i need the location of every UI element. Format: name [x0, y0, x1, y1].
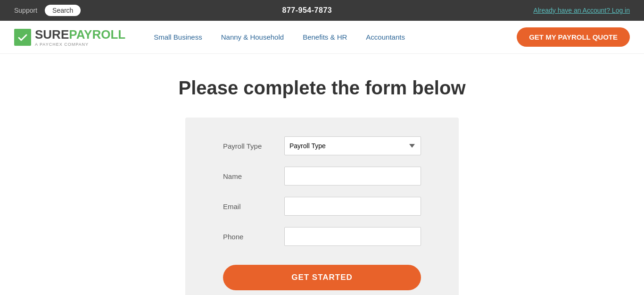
login-link[interactable]: Already have an Account? Log in — [533, 7, 630, 14]
page-title: Please complete the form below — [178, 77, 465, 99]
name-input[interactable] — [284, 167, 421, 185]
nav-nanny-household[interactable]: Nanny & Household — [221, 33, 284, 41]
phone-label: Phone — [223, 233, 284, 241]
payroll-type-select[interactable]: Payroll Type Small Business Nanny & Hous… — [284, 136, 421, 155]
payroll-type-row: Payroll Type Payroll Type Small Business… — [223, 136, 421, 155]
nav-small-business[interactable]: Small Business — [154, 33, 202, 41]
logo-sub: A PAYCHEX COMPANY — [35, 42, 125, 47]
get-quote-button[interactable]: GET MY PAYROLL QUOTE — [517, 27, 630, 47]
form-card: Payroll Type Payroll Type Small Business… — [185, 118, 459, 295]
email-input[interactable] — [284, 197, 421, 216]
logo-payroll: PAYROLL — [69, 27, 125, 42]
name-row: Name — [223, 167, 421, 185]
logo-name: SUREPAYROLL — [35, 27, 125, 42]
get-started-button[interactable]: GET STARTED — [223, 265, 421, 290]
phone-row: Phone — [223, 227, 421, 246]
top-bar-left: Support Search — [14, 5, 81, 16]
logo: SUREPAYROLL A PAYCHEX COMPANY — [14, 27, 125, 47]
logo-text: SUREPAYROLL A PAYCHEX COMPANY — [35, 27, 125, 47]
support-label: Support — [14, 7, 37, 14]
email-row: Email — [223, 197, 421, 216]
payroll-type-label: Payroll Type — [223, 142, 284, 150]
email-label: Email — [223, 202, 284, 211]
logo-sure: SURE — [35, 27, 69, 42]
search-button[interactable]: Search — [45, 5, 81, 16]
main-content: Please complete the form below Payroll T… — [0, 54, 644, 295]
logo-icon — [14, 29, 31, 46]
name-label: Name — [223, 172, 284, 180]
phone-number: 877-954-7873 — [282, 6, 332, 15]
nav-links: Small Business Nanny & Household Benefit… — [154, 33, 517, 41]
main-nav: SUREPAYROLL A PAYCHEX COMPANY Small Busi… — [0, 21, 644, 54]
top-bar: Support Search 877-954-7873 Already have… — [0, 0, 644, 21]
phone-input[interactable] — [284, 227, 421, 246]
nav-accountants[interactable]: Accountants — [366, 33, 405, 41]
nav-benefits-hr[interactable]: Benefits & HR — [303, 33, 347, 41]
